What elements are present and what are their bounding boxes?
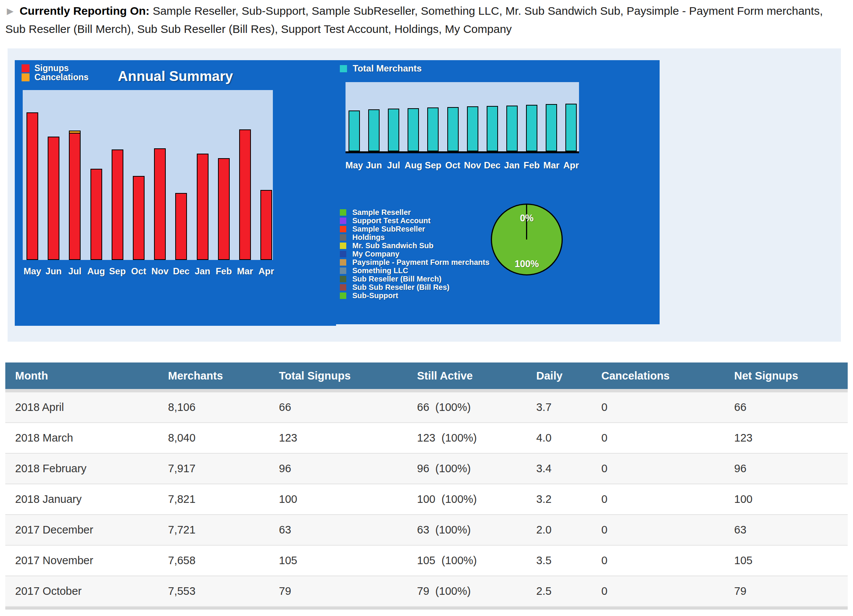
column-header-still-active: Still Active xyxy=(417,370,536,382)
cell-cancelations: 0 xyxy=(601,401,734,414)
pie-label-100pct: 100% xyxy=(515,258,539,269)
month-label-apr: Apr xyxy=(563,160,579,171)
pie-legend-label: Support Test Account xyxy=(352,216,431,225)
merchants-bar-feb xyxy=(526,105,537,151)
report-page: ▶Currently Reporting On: Sample Reseller… xyxy=(0,0,853,616)
merchants-bar-oct xyxy=(447,107,459,151)
pie-legend-label: Paysimple - Payment Form merchants xyxy=(352,258,489,267)
month-label-apr: Apr xyxy=(258,266,274,277)
annual-summary-box: Signups Cancelations Annual Summary MayJ… xyxy=(15,60,336,326)
cell-total-signups: 79 xyxy=(279,585,417,597)
merchants-bar-may xyxy=(349,110,360,151)
table-header-separator xyxy=(5,389,848,392)
column-header-month: Month xyxy=(15,370,168,382)
cancelations-segment-jul xyxy=(70,131,80,134)
cell-month: 2018 February xyxy=(15,462,168,475)
month-label-may: May xyxy=(346,160,363,171)
cell-still-active: 79 (100%) xyxy=(417,585,536,597)
table-header-row: MonthMerchantsTotal SignupsStill ActiveD… xyxy=(5,362,848,389)
pie-legend-item: Support Test Account xyxy=(340,216,489,225)
cell-daily: 4.0 xyxy=(536,432,601,444)
month-label-dec: Dec xyxy=(173,266,190,277)
column-header-total-signups: Total Signups xyxy=(279,370,417,382)
merchants-bar-jan xyxy=(506,106,518,151)
merchants-bar-nov xyxy=(467,106,478,151)
cell-cancelations: 0 xyxy=(601,585,734,597)
cell-daily: 3.4 xyxy=(536,462,601,475)
cell-cancelations: 0 xyxy=(601,554,734,567)
month-label-jul: Jul xyxy=(68,266,82,277)
month-label-sep: Sep xyxy=(109,266,126,277)
month-label-feb: Feb xyxy=(216,266,232,277)
cell-net-signups: 63 xyxy=(734,524,848,536)
month-label-mar: Mar xyxy=(237,266,253,277)
month-label-jun: Jun xyxy=(45,266,62,277)
cell-month: 2017 November xyxy=(15,554,168,567)
charts-panel: Signups Cancelations Annual Summary MayJ… xyxy=(8,48,841,342)
table-body: 2018 April8,1066666 (100%)3.70662018 Mar… xyxy=(5,392,848,607)
merchants-bar-mar xyxy=(546,104,557,151)
total-merchants-legend-label: Total Merchants xyxy=(353,63,422,74)
pie-legend-swatch-icon xyxy=(340,268,346,274)
month-label-aug: Aug xyxy=(405,160,422,171)
cell-merchants: 7,553 xyxy=(168,585,279,597)
pie-legend-item: Sub-Support xyxy=(340,291,489,300)
cell-month: 2018 January xyxy=(15,493,168,506)
signups-bar-jan xyxy=(197,154,209,260)
pie-legend-swatch-icon xyxy=(340,209,346,216)
signups-bar-apr xyxy=(260,190,272,260)
pie-label-0pct: 0% xyxy=(520,213,534,224)
annual-summary-title: Annual Summary xyxy=(15,68,336,84)
pie-legend-item: Sub Sub Reseller (Bill Res) xyxy=(340,283,489,291)
cell-net-signups: 96 xyxy=(734,462,848,475)
signups-bar-dec xyxy=(175,193,187,260)
cell-net-signups: 123 xyxy=(734,432,848,444)
pie-legend: Sample ResellerSupport Test AccountSampl… xyxy=(340,208,489,300)
cell-daily: 3.7 xyxy=(536,401,601,414)
table-row: 2018 April8,1066666 (100%)3.7066 xyxy=(5,392,848,423)
month-label-oct: Oct xyxy=(131,266,146,277)
month-label-jan: Jan xyxy=(195,266,210,277)
cell-still-active: 123 (100%) xyxy=(417,432,536,444)
signups-bar-oct xyxy=(133,176,145,260)
column-header-daily: Daily xyxy=(536,370,601,382)
cell-month: 2018 March xyxy=(15,432,168,444)
pie-legend-swatch-icon xyxy=(340,226,346,232)
cell-daily: 3.5 xyxy=(536,554,601,567)
cell-total-signups: 123 xyxy=(279,432,417,444)
month-label-dec: Dec xyxy=(484,160,501,171)
signups-bar-sep xyxy=(112,149,123,260)
expander-triangle-icon[interactable]: ▶ xyxy=(7,2,14,20)
pie-legend-label: My Company xyxy=(352,250,399,258)
pie-legend-label: Sub-Support xyxy=(352,291,398,300)
pie-legend-item: Sample Reseller xyxy=(340,208,489,216)
cell-month: 2018 April xyxy=(15,401,168,414)
month-label-jun: Jun xyxy=(366,160,382,171)
pie-legend-label: Sample Reseller xyxy=(352,208,411,217)
total-merchants-months: MayJunJulAugSepOctNovDecJanFebMarApr xyxy=(346,160,579,171)
cell-net-signups: 66 xyxy=(734,401,848,414)
cell-merchants: 7,658 xyxy=(168,554,279,567)
cell-merchants: 7,917 xyxy=(168,462,279,475)
annual-summary-plot xyxy=(23,90,273,260)
total-merchants-legend: Total Merchants xyxy=(340,63,422,74)
table-row: 2017 December7,7216363 (100%)2.0063 xyxy=(5,515,848,546)
pie-legend-swatch-icon xyxy=(340,218,346,224)
table-row: 2018 January7,821100100 (100%)3.20100 xyxy=(5,484,848,515)
pie-legend-label: Something LLC xyxy=(352,266,408,275)
pie-legend-label: Holdings xyxy=(352,233,385,242)
cell-net-signups: 100 xyxy=(734,493,848,506)
cell-total-signups: 63 xyxy=(279,524,417,536)
table-row: 2017 November7,658105105 (100%)3.50105 xyxy=(5,546,848,576)
total-merchants-plot xyxy=(346,82,579,153)
signups-bar-aug xyxy=(90,169,102,260)
signups-bar-nov xyxy=(154,148,166,260)
currently-reporting-header: ▶Currently Reporting On: Sample Reseller… xyxy=(5,2,840,38)
cell-still-active: 105 (100%) xyxy=(417,554,536,567)
table-row: 2018 February7,9179696 (100%)3.4096 xyxy=(5,454,848,484)
pie-legend-item: Sub Reseller (Bill Merch) xyxy=(340,275,489,283)
signups-bar-jul xyxy=(69,131,81,260)
signups-bar-feb xyxy=(218,158,230,260)
annual-summary-months: MayJunJulAugSepOctNovDecJanFebMarApr xyxy=(23,266,273,277)
monthly-summary-table: MonthMerchantsTotal SignupsStill ActiveD… xyxy=(5,362,848,610)
